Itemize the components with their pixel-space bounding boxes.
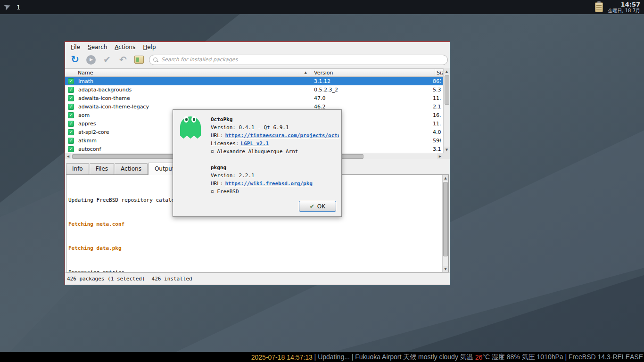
undo-icon: ↶ bbox=[119, 55, 127, 64]
column-header-name[interactable]: Name ▲ bbox=[65, 69, 310, 76]
package-size: 11. bbox=[433, 121, 441, 127]
installed-icon: ✓ bbox=[68, 78, 74, 84]
pkgng-copyright: © FreeBSD bbox=[211, 188, 339, 196]
tab-actions[interactable]: Actions bbox=[115, 163, 148, 174]
commit-button[interactable]: ▶ bbox=[85, 54, 97, 66]
package-size: 863 bbox=[433, 78, 441, 84]
installed-icon: ✓ bbox=[68, 146, 74, 152]
toolbar: ↻ ▶ ✔ ↶ bbox=[65, 52, 450, 67]
bottom-statusbar: 2025-07-18 14:57:13 | Updating... | Fuku… bbox=[0, 352, 644, 362]
octopkg-version: Version: 0.4.1 - Qt 6.9.1 bbox=[211, 123, 339, 132]
tab-info[interactable]: Info bbox=[66, 163, 89, 174]
clock[interactable]: 14:57 金曜日, 18 7月 bbox=[608, 1, 641, 13]
package-name: adwaita-icon-theme bbox=[78, 95, 310, 101]
output-vertical-scrollbar[interactable]: ▲ ▼ bbox=[442, 175, 448, 272]
pkgng-url-line: URL:https://wiki.freebsd.org/pkg bbox=[211, 180, 339, 188]
panel-left: 1 bbox=[3, 2, 20, 12]
column-label: Name bbox=[78, 70, 93, 76]
menu-search[interactable]: Search bbox=[84, 42, 111, 52]
check-icon: ✔ bbox=[103, 55, 111, 64]
news-icon bbox=[134, 56, 144, 64]
scroll-down-icon[interactable]: ▼ bbox=[444, 147, 450, 153]
menu-help[interactable]: Help bbox=[139, 42, 159, 52]
output-line: Fetching data.pkg bbox=[68, 244, 440, 252]
url-label: URL: bbox=[211, 132, 223, 139]
ok-label: OK bbox=[317, 203, 325, 210]
installed-count: 426 installed bbox=[152, 276, 192, 282]
output-line: Processing entries... bbox=[68, 268, 440, 272]
octopkg-license-line: Licenses:LGPL v2.1 bbox=[211, 140, 339, 148]
package-size: 11. bbox=[433, 95, 441, 101]
octopkg-url-link[interactable]: https://tintaescura.com/projects/octopkg bbox=[225, 132, 339, 139]
statusbar-temperature: 26 bbox=[475, 354, 483, 361]
scroll-down-icon[interactable]: ▼ bbox=[443, 266, 448, 272]
table-vertical-scrollbar[interactable]: ▲ ▼ bbox=[443, 68, 450, 153]
menu-file[interactable]: File bbox=[67, 42, 84, 52]
license-link[interactable]: LGPL v2.1 bbox=[241, 140, 269, 147]
clock-date: 金曜日, 18 7月 bbox=[608, 8, 640, 13]
ghost-pupil bbox=[193, 118, 195, 121]
scrollbar-thumb[interactable] bbox=[443, 182, 448, 256]
search-icon bbox=[153, 58, 158, 62]
distro-news-button[interactable] bbox=[133, 54, 145, 66]
ok-button[interactable]: ✔ OK bbox=[299, 201, 336, 212]
scrollbar-thumb[interactable] bbox=[445, 75, 449, 105]
scrollbar-corner bbox=[443, 153, 450, 159]
package-size: 5.3 bbox=[433, 87, 441, 93]
statusbar-info-right: °C 湿度 88% 気圧 1010hPa | FreeBSD 14.3-RELE… bbox=[482, 353, 643, 362]
package-version: 3.1.12 bbox=[310, 78, 433, 84]
column-header-size[interactable]: Siz bbox=[435, 69, 443, 76]
dialog-text: OctoPkg Version: 0.4.1 - Qt 6.9.1 URL:ht… bbox=[211, 115, 339, 196]
installed-icon: ✓ bbox=[68, 87, 74, 93]
pkgng-version: Version: 2.2.1 bbox=[211, 172, 339, 180]
installed-icon: ✓ bbox=[68, 104, 74, 110]
search-input[interactable] bbox=[161, 57, 444, 63]
table-row[interactable]: ✓ Imath 3.1.12 863 bbox=[65, 77, 443, 85]
installed-icon: ✓ bbox=[68, 138, 74, 144]
rollback-button[interactable]: ↶ bbox=[117, 54, 129, 66]
refresh-icon: ↻ bbox=[71, 55, 79, 65]
scroll-right-icon[interactable]: ▶ bbox=[437, 153, 443, 159]
menu-actions[interactable]: Actions bbox=[111, 42, 139, 52]
package-size: 16. bbox=[433, 112, 441, 118]
installed-icon: ✓ bbox=[68, 112, 74, 118]
launcher-icon[interactable] bbox=[3, 2, 12, 12]
scroll-up-icon[interactable]: ▲ bbox=[444, 68, 450, 74]
pkgng-title: pkgng bbox=[211, 164, 339, 172]
panel-right: 14:57 金曜日, 18 7月 bbox=[595, 1, 641, 13]
package-name: adwaita-icon-theme-legacy bbox=[78, 104, 310, 110]
table-header: Name ▲ Version Siz bbox=[65, 68, 443, 77]
pkgng-url-link[interactable]: https://wiki.freebsd.org/pkg bbox=[225, 181, 312, 187]
workspace-indicator[interactable]: 1 bbox=[17, 4, 20, 11]
package-size: 3.1 bbox=[433, 146, 441, 152]
table-row[interactable]: ✓ adwaita-icon-theme 47.0 11. bbox=[65, 94, 443, 102]
octopkg-copyright: © Alexandre Albuquerque Arnt bbox=[211, 148, 339, 156]
licenses-label: Licenses: bbox=[211, 140, 239, 147]
scroll-up-icon[interactable]: ▲ bbox=[443, 175, 448, 181]
tab-files[interactable]: Files bbox=[90, 163, 114, 174]
column-header-version[interactable]: Version bbox=[310, 69, 435, 76]
package-version: 46.2 bbox=[310, 104, 433, 110]
url-label: URL: bbox=[211, 181, 223, 187]
statusbar-timestamp: 2025-07-18 14:57:13 bbox=[251, 354, 313, 361]
search-box bbox=[149, 55, 448, 65]
package-size: 4.0 bbox=[433, 129, 441, 135]
column-label: Version bbox=[314, 70, 333, 76]
octopkg-ghost-icon bbox=[180, 116, 201, 139]
installed-icon: ✓ bbox=[68, 95, 74, 101]
top-panel: 1 14:57 金曜日, 18 7月 bbox=[0, 0, 644, 14]
clipboard-icon[interactable] bbox=[595, 2, 603, 12]
table-row[interactable]: ✓ adapta-backgrounds 0.5.2.3_2 5.3 bbox=[65, 85, 443, 94]
scroll-left-icon[interactable]: ◀ bbox=[65, 153, 71, 159]
screen: 1 14:57 金曜日, 18 7月 File Search Actions H… bbox=[0, 0, 644, 362]
column-label: Siz bbox=[437, 70, 443, 76]
octopkg-title: OctoPkg bbox=[211, 115, 339, 123]
package-version: 47.0 bbox=[310, 95, 433, 101]
sort-ascending-icon: ▲ bbox=[305, 71, 307, 74]
sync-database-button[interactable]: ↻ bbox=[69, 54, 81, 66]
package-name: adapta-backgrounds bbox=[78, 87, 310, 93]
commit-icon: ▶ bbox=[86, 55, 96, 65]
package-size: 2.1 bbox=[433, 104, 441, 110]
statusbar-info-left: | Updating... | Fukuoka Airport 天候 mostl… bbox=[313, 353, 475, 362]
apply-button[interactable]: ✔ bbox=[101, 54, 113, 66]
